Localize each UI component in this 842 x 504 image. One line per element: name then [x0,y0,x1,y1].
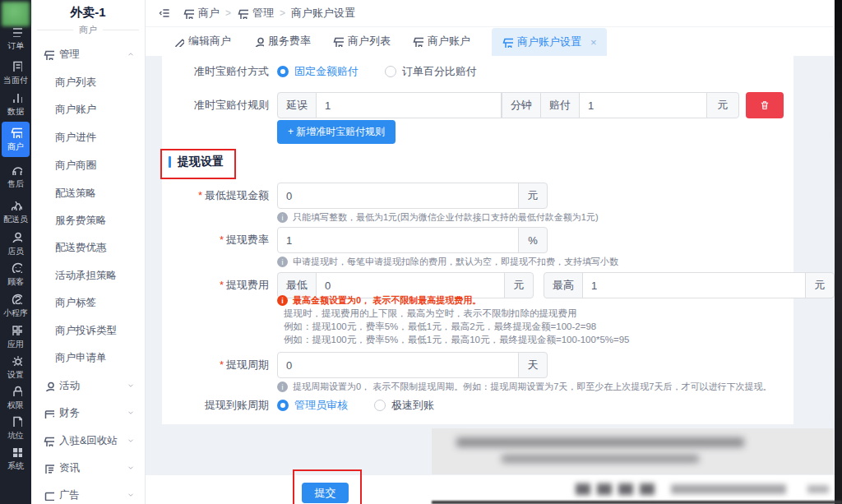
sidebar-item-customer[interactable]: 顾客 [0,261,31,287]
tab-bar: 编辑商户 服务费率 商户列表 商户账户 商户账户设置× [145,27,834,56]
fee-hint-line: 提现时，提现费用的上下限，最高为空时，表示不限制扣除的提现费用 [284,307,577,320]
store-icon [332,35,344,47]
radio-instant-arrival[interactable]: 极速到账 [374,398,434,413]
submit-button[interactable]: 提交 [302,483,349,503]
punctual-rule-group: 延误 分钟 赔付 元 [277,92,739,118]
withdraw-cycle-input[interactable] [277,352,519,378]
radio-admin-review[interactable]: 管理员审核 [277,398,348,413]
sidebar-item-courier[interactable]: 配送员 [0,198,31,224]
store-icon [412,35,423,47]
window-right-edge [835,0,842,504]
min-withdraw-input[interactable] [277,183,519,209]
store-icon [43,49,54,60]
withdraw-fee-label: *提现费用 [162,278,277,293]
menu-group-ads[interactable]: 广告 [31,486,145,504]
sidebar-item-system[interactable]: 系统 [0,445,31,471]
pay-amount-input[interactable] [579,92,707,118]
system-windows-icon [10,445,22,457]
sidebar-item-orders[interactable]: 订单 [0,25,31,51]
percent-unit-addon: % [518,227,548,253]
customer-face-icon [10,261,22,273]
fee-rate-input[interactable] [277,227,519,253]
arrival-cycle-label: 提现到账周期 [162,398,277,413]
news-icon [43,462,54,474]
chevron-down-icon [127,491,135,499]
fee-rate-row: *提现费率 % [162,227,548,253]
add-rule-button[interactable]: + 新增准时宝赔付规则 [277,120,396,144]
tab-service-fee-rate[interactable]: 服务费率 [252,34,311,49]
min-withdraw-hint: i只能填写整数，最低为1元(因为微信企业付款接口支持的最低付款金额为1元) [277,211,599,224]
sidebar-item-merchant[interactable]: 商户 [2,122,30,157]
menu-group-activity[interactable]: 活动 [31,377,145,395]
chevron-down-icon [127,464,135,472]
sidebar-item-settings[interactable]: 设置 [0,354,31,380]
breadcrumb-manage[interactable]: 管理 [237,6,274,21]
radio-order-percent[interactable]: 订单百分比赔付 [385,64,477,79]
menu-group-manage[interactable]: 管理 [31,45,145,63]
tab-merchant-account-settings[interactable]: 商户账户设置× [492,28,607,56]
blurred-footer-text [432,428,834,474]
close-icon[interactable]: × [590,36,597,49]
menu-item-merchant-account[interactable]: 商户账户 [31,100,145,118]
radio-selected-icon[interactable] [277,400,289,411]
menu-item-merchant-district[interactable]: 商户商圈 [31,156,145,174]
wallet-icon [43,407,54,418]
tab-merchant-account[interactable]: 商户账户 [412,34,470,49]
sidebar-item-aftersale[interactable]: 售后 [0,163,31,189]
breadcrumb-account-settings: 商户账户设置 [291,6,355,21]
radio-unselected-icon[interactable] [374,400,386,411]
sidebar-item-clerk[interactable]: 店员 [0,230,31,257]
app-logo[interactable] [2,2,30,26]
fee-rate-label: *提现费率 [162,233,277,247]
yuan-unit-addon: 元 [805,272,835,298]
fee-warning-hint: i最高金额设置为0， 表示不限制最高提现费用。 [277,294,481,307]
menu-group-onboarding-recycle[interactable]: 入驻&回收站 [31,432,145,450]
apps-grid-icon [10,323,22,335]
fee-rate-hint: i申请提现时，每笔申请提现扣除的费用，默认为空，即提现不扣费，支持填写小数 [277,256,618,268]
menu-item-activity-bearing[interactable]: 活动承担策略 [31,266,145,284]
min-withdraw-row: *最低提现金额 元 [162,183,548,209]
menu-item-deliveryfee-discount[interactable]: 配送费优惠 [31,238,145,257]
menu-group-finance[interactable]: 财务 [31,404,145,422]
delay-minutes-input[interactable] [316,92,502,118]
min-withdraw-label: *最低提现金额 [162,188,277,203]
pay-addon: 赔付 [540,92,580,118]
fee-max-group: 最高 元 [544,272,835,298]
fee-max-input[interactable] [582,272,806,298]
menu-item-merchant-entry[interactable]: 商户进件 [31,128,145,146]
delete-rule-button[interactable] [746,92,784,118]
tab-edit-merchant[interactable]: 编辑商户 [173,34,231,49]
withdraw-settings-section-title: 提现设置 [169,155,224,169]
breadcrumb-merchant[interactable]: 商户 [183,6,220,21]
sidebar-item-slot[interactable]: 坑位 [0,414,31,441]
menu-item-delivery-strategy[interactable]: 配送策略 [31,184,145,202]
menu-item-servicefee-strategy[interactable]: 服务费策略 [31,211,145,229]
punctual-rule-row: 准时宝赔付规则 延误 分钟 赔付 元 [162,92,784,118]
menu-item-merchant-list[interactable]: 商户列表 [31,73,145,91]
sidebar-item-facepay[interactable]: 当面付 [0,59,31,86]
secondary-sidebar: 外卖-1 商户 管理 商户列表 商户账户 商户进件 商户商圈 配送策略 服务费策… [31,0,146,504]
radio-fixed-amount[interactable]: 固定金额赔付 [277,64,359,79]
order-list-icon [10,25,22,37]
blurred-footer-badge [576,483,590,495]
blurred-footer-badge [640,483,655,495]
menu-group-news[interactable]: 资讯 [31,459,145,477]
yuan-unit-addon: 元 [504,272,534,298]
window-bottom-edge [432,501,842,504]
radio-selected-icon[interactable] [277,66,289,77]
store-icon [43,435,54,446]
menu-fold-icon[interactable] [158,7,171,20]
tab-merchant-list[interactable]: 商户列表 [332,34,391,49]
sidebar-item-data[interactable]: 数据 [0,90,31,117]
menu-item-merchant-applications[interactable]: 商户申请单 [31,349,145,367]
menu-item-merchant-tags[interactable]: 商户标签 [31,294,145,312]
withdraw-cycle-hint: i提现周期设置为0， 表示不限制提现周期。例如：提现周期设置为7天，即至少在上次… [277,381,771,393]
delay-addon: 延误 [277,92,317,118]
blurred-footer-badge [618,483,633,495]
radio-unselected-icon[interactable] [385,66,396,77]
punctual-mode-label: 准时宝赔付方式 [162,64,277,79]
sidebar-item-permission[interactable]: 权限 [0,384,31,410]
sidebar-item-miniprogram[interactable]: 小程序 [0,292,31,318]
sidebar-item-apps[interactable]: 应用 [0,323,31,349]
menu-item-complaint-types[interactable]: 商户投诉类型 [31,321,145,340]
